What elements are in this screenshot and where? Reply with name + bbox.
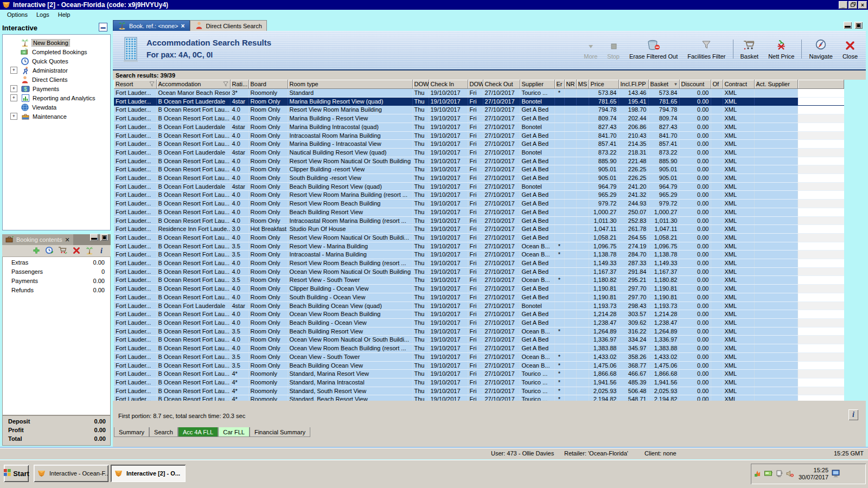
- table-row[interactable]: Fort Lauder...B Ocean Resort Fort Lau...…: [114, 285, 844, 293]
- column-header-basket[interactable]: Basket▼: [648, 80, 679, 89]
- column-header-dow[interactable]: DOW: [468, 80, 483, 89]
- column-header-resort[interactable]: Resort: [114, 80, 156, 89]
- column-header-er[interactable]: Er: [554, 80, 564, 89]
- hardware-tray-icon[interactable]: [776, 470, 783, 478]
- table-row[interactable]: Fort Lauder...B Ocean Resort Fort Lau...…: [114, 106, 844, 114]
- filter-funnel-icon[interactable]: [149, 81, 155, 87]
- sidebar-item-maintenance[interactable]: +Maintenance: [3, 112, 110, 121]
- panel-maximize-button[interactable]: ▣: [100, 234, 108, 241]
- add-icon[interactable]: [33, 247, 40, 255]
- taskbar-task-button[interactable]: Interactive - Ocean-F...: [34, 465, 108, 482]
- tab-book-ref-none-[interactable]: Book. ref.: <none>×: [113, 20, 190, 31]
- column-header-incl-fl-pp[interactable]: Incl.Fl.PP: [618, 80, 648, 89]
- table-row[interactable]: Fort Lauder...B Ocean Resort Fort Lau...…: [114, 174, 844, 183]
- table-row[interactable]: Fort Lauder...B Ocean Resort Fort Lau...…: [114, 200, 844, 208]
- sidebar-item-direct-clients[interactable]: Direct Clients: [3, 75, 110, 84]
- table-row[interactable]: Fort Lauder...B Ocean Resort Fort Lau...…: [114, 259, 844, 268]
- navigate-button[interactable]: Navigate: [804, 38, 837, 60]
- column-header-nr[interactable]: NR: [564, 80, 576, 89]
- minimize-button[interactable]: _: [839, 1, 847, 9]
- table-row[interactable]: Fort Lauder...Residence Inn Fort Laude..…: [114, 225, 844, 234]
- close-button[interactable]: ×: [858, 1, 867, 9]
- filter-funnel-icon[interactable]: [223, 81, 228, 87]
- column-header-of[interactable]: Of: [711, 80, 723, 89]
- table-row[interactable]: Fort Lauder...B Ocean Resort Fort Lau...…: [114, 233, 844, 242]
- table-row[interactable]: Fort Lauder...B Ocean Resort Fort Lau...…: [114, 131, 844, 140]
- sidebar-item-viewdata[interactable]: Viewdata: [3, 102, 110, 112]
- table-row[interactable]: Fort Lauder...B Ocean Resort Fort Lau...…: [114, 140, 844, 149]
- table-row[interactable]: Fort Lauder...B Ocean Fort Lauderdale4st…: [114, 97, 844, 106]
- table-row[interactable]: Fort Lauder...B Ocean Resort Fort Lau...…: [114, 216, 844, 225]
- sidebar-collapse-button[interactable]: ▬: [99, 23, 107, 31]
- table-row[interactable]: Fort Lauder...Ocean Manor Beach Resort3*…: [114, 89, 844, 98]
- expand-icon[interactable]: +: [10, 94, 17, 101]
- menu-item-options[interactable]: Options: [3, 11, 31, 18]
- tab-close-icon[interactable]: ×: [181, 22, 185, 30]
- expand-icon[interactable]: +: [10, 85, 17, 92]
- table-row[interactable]: Fort Lauder...B Ocean Resort Fort Lau...…: [114, 344, 844, 353]
- table-row[interactable]: Fort Lauder...B Ocean Resort Fort Lau...…: [114, 276, 844, 285]
- table-row[interactable]: Fort Lauder...B Ocean Resort Fort Lau...…: [114, 370, 844, 378]
- table-row[interactable]: Fort Lauder...B Ocean Resort Fort Lau...…: [114, 318, 844, 327]
- table-row[interactable]: Fort Lauder...B Ocean Resort Fort Lau...…: [114, 310, 844, 319]
- table-row[interactable]: Fort Lauder...B Ocean Resort Fort Lau...…: [114, 208, 844, 216]
- table-row[interactable]: Fort Lauder...B Ocean Resort Fort Lau...…: [114, 267, 844, 276]
- table-row[interactable]: Fort Lauder...B Ocean Resort Fort Lau...…: [114, 114, 844, 123]
- table-row[interactable]: Fort Lauder...B Ocean Resort Fort Lau...…: [114, 327, 844, 336]
- nett-price-button[interactable]: Nett Price: [763, 38, 799, 60]
- column-header-filler[interactable]: [797, 80, 844, 89]
- sidebar-item-payments[interactable]: +$Payments: [3, 84, 110, 93]
- sidebar-item-administrator[interactable]: +Administrator: [3, 66, 110, 75]
- column-header-check-out[interactable]: Check Out: [483, 80, 520, 89]
- sidebar-item-completed-bookings[interactable]: Completed Bookings: [3, 47, 110, 56]
- refresh-clock-icon[interactable]: [45, 246, 53, 255]
- bottom-tab-acc-4a-fll[interactable]: Acc 4A FLL: [178, 427, 218, 437]
- bottom-tab-financial-summary[interactable]: Financial Summary: [250, 427, 310, 437]
- bottom-tab-search[interactable]: Search: [149, 427, 178, 437]
- expand-icon[interactable]: +: [10, 67, 17, 74]
- cart-go-icon[interactable]: [58, 246, 68, 255]
- panel-minimize-button[interactable]: ▬: [844, 22, 852, 29]
- start-button[interactable]: Start: [4, 465, 29, 482]
- column-header-board[interactable]: Board: [248, 80, 288, 89]
- menu-item-help[interactable]: Help: [54, 11, 74, 18]
- erase-filtered-out-button[interactable]: Erase Filtered Out: [624, 38, 682, 60]
- expand-icon[interactable]: +: [10, 113, 17, 120]
- tab-direct-clients-search[interactable]: Direct Clients Search: [190, 20, 267, 31]
- muted-speaker-tray-icon[interactable]: [786, 470, 794, 478]
- bottom-tab-car-fll[interactable]: Car FLL: [218, 427, 250, 437]
- table-row[interactable]: Fort Lauder...B Ocean Resort Fort Lau...…: [114, 157, 844, 165]
- restore-button[interactable]: [848, 1, 857, 9]
- panel-maximize-button[interactable]: ▣: [854, 22, 863, 29]
- panel-minimize-button[interactable]: ▬: [90, 234, 98, 241]
- column-header-act-supplier[interactable]: Act. Supplier: [754, 80, 797, 89]
- table-row[interactable]: Fort Lauder...B Ocean Fort Lauderdale4st…: [114, 123, 844, 131]
- table-row[interactable]: Fort Lauder...B Ocean Resort Fort Lau...…: [114, 251, 844, 259]
- column-header-check-in[interactable]: Check In: [429, 80, 468, 89]
- delete-icon[interactable]: [73, 247, 80, 255]
- info-icon[interactable]: i: [99, 246, 104, 255]
- network-card-tray-icon[interactable]: [764, 471, 773, 478]
- basket-button[interactable]: Basket: [736, 38, 764, 60]
- column-header-contract[interactable]: Contract: [723, 80, 754, 89]
- column-header-rati-[interactable]: Rati...: [230, 80, 248, 89]
- column-header-price[interactable]: Price: [589, 80, 618, 89]
- close-button[interactable]: Close: [838, 38, 863, 60]
- table-row[interactable]: Fort Lauder...B Ocean Resort Fort Lau...…: [114, 191, 844, 200]
- monitor-tray-icon[interactable]: [832, 470, 840, 479]
- table-row[interactable]: Fort Lauder...B Ocean Fort Lauderdale4st…: [114, 148, 844, 157]
- sidebar-item-new-booking[interactable]: New Booking: [3, 38, 110, 47]
- column-header-supplier[interactable]: Supplier: [520, 80, 554, 89]
- table-row[interactable]: Fort Lauder...B Ocean Fort Lauderdale4st…: [114, 301, 844, 310]
- column-header-ms[interactable]: MS: [576, 80, 589, 89]
- bottom-tab-summary[interactable]: Summary: [114, 427, 149, 437]
- table-row[interactable]: Fort Lauder...B Ocean Resort Fort Lau...…: [114, 387, 844, 395]
- column-header-accommodation[interactable]: Accommodation: [156, 80, 230, 89]
- info-button[interactable]: i: [848, 409, 858, 420]
- sidebar-item-reporting-and-analytics[interactable]: +Reporting and Analytics: [3, 93, 110, 102]
- taskbar-task-button[interactable]: Interactive [2] - O...: [111, 465, 186, 482]
- table-row[interactable]: Fort Lauder...B Ocean Resort Fort Lau...…: [114, 361, 844, 370]
- antivirus-tray-icon[interactable]: [754, 470, 761, 478]
- palm-tree-icon[interactable]: [85, 246, 94, 256]
- table-row[interactable]: Fort Lauder...B Ocean Resort Fort Lau...…: [114, 242, 844, 251]
